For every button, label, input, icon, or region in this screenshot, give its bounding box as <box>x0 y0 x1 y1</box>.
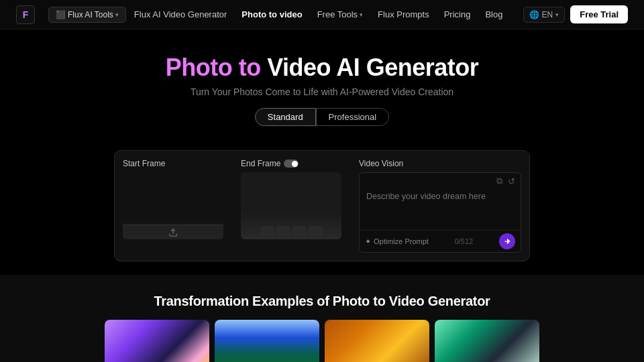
gallery-item-girl[interactable] <box>105 320 209 362</box>
nav-pricing[interactable]: Pricing <box>437 7 478 22</box>
end-frame-image[interactable] <box>241 172 341 239</box>
hero-subtitle: Turn Your Photos Come to Life with AI-Po… <box>13 86 631 97</box>
start-frame-box: Start Frame <box>123 159 237 253</box>
thumb-mini-1 <box>260 226 274 237</box>
end-frame-toggle[interactable] <box>284 160 299 168</box>
refresh-icon[interactable]: ↺ <box>508 176 515 186</box>
editor-container: Start Frame End Frame <box>0 139 644 261</box>
language-selector[interactable]: 🌐 EN ▾ <box>523 7 566 23</box>
nav-blog[interactable]: Blog <box>478 7 509 22</box>
copy-icon[interactable]: ⧉ <box>496 176 502 186</box>
end-frame-box: End Frame <box>241 159 355 253</box>
char-count: 0/512 <box>455 237 474 245</box>
send-button[interactable] <box>499 233 515 249</box>
nav-logo[interactable]: F <box>16 5 35 24</box>
thumb-mini-4 <box>309 226 322 237</box>
gallery-item-mountain[interactable] <box>215 320 319 362</box>
thumb-mini-3 <box>292 226 306 237</box>
end-frame-label: End Frame <box>241 159 355 168</box>
nav-links: ⬛ ⬛ Flux AI Tools Flux AI Tools ▾ Flux A… <box>35 7 523 23</box>
navigation: F ⬛ ⬛ Flux AI Tools Flux AI Tools ▾ Flux… <box>0 0 644 29</box>
send-icon <box>503 237 511 245</box>
nav-flux-prompts[interactable]: Flux Prompts <box>371 7 436 22</box>
gallery-section: Transformation Examples of Photo to Vide… <box>0 275 644 362</box>
globe-icon: 🌐 <box>529 10 539 19</box>
gallery-item-house[interactable] <box>435 320 539 362</box>
gallery-item-cat[interactable] <box>325 320 429 362</box>
dropdown-chevron-icon: ▾ <box>115 11 119 18</box>
optimize-icon: ✦ <box>365 237 371 246</box>
gallery-title: Transformation Examples of Photo to Vide… <box>13 294 631 309</box>
nav-right: 🌐 EN ▾ Free Trial <box>523 5 628 23</box>
free-tools-chevron-icon: ▾ <box>360 11 363 18</box>
upload-icon <box>168 228 178 237</box>
nav-free-tools[interactable]: Free Tools ▾ <box>311 7 370 22</box>
mode-tabs: Standard Professional <box>13 108 631 126</box>
start-frame-label: Start Frame <box>123 159 237 168</box>
video-vision-label: Video Vision <box>359 159 521 168</box>
nav-flux-video[interactable]: Flux AI Video Generator <box>127 7 234 22</box>
video-vision-box: Video Vision ⧉ ↺ ✦ Optimize Prompt 0/512 <box>359 159 521 253</box>
title-white: Video AI Generator <box>267 54 478 81</box>
tab-professional[interactable]: Professional <box>316 108 390 126</box>
gallery-grid <box>13 320 631 362</box>
editor-panel: Start Frame End Frame <box>114 150 530 261</box>
end-frame-thumbnails <box>260 223 322 239</box>
lang-chevron-icon: ▾ <box>555 11 559 18</box>
nav-flux-ai-tools[interactable]: ⬛ ⬛ Flux AI Tools Flux AI Tools ▾ <box>48 7 126 23</box>
vision-bottom-bar: ✦ Optimize Prompt 0/512 <box>360 230 521 252</box>
page-title: Photo to Video AI Generator <box>13 54 631 81</box>
nav-flux-ai-tools-icon: ⬛ <box>56 10 66 19</box>
title-colored: Photo to <box>166 54 261 81</box>
vision-textarea-wrap: ⧉ ↺ ✦ Optimize Prompt 0/512 <box>359 172 521 253</box>
thumb-mini-2 <box>276 226 290 237</box>
optimize-prompt-button[interactable]: ✦ Optimize Prompt <box>365 237 429 246</box>
nav-photo-to-video[interactable]: Photo to video <box>235 7 309 22</box>
free-trial-button[interactable]: Free Trial <box>570 5 628 23</box>
start-frame-upload-bar[interactable] <box>123 225 223 239</box>
tab-standard[interactable]: Standard <box>255 108 316 126</box>
vision-icon-row: ⧉ ↺ <box>360 173 521 186</box>
start-frame-image[interactable] <box>123 172 223 239</box>
video-vision-textarea[interactable] <box>360 186 521 230</box>
hero-section: Photo to Video AI Generator Turn Your Ph… <box>0 29 644 139</box>
